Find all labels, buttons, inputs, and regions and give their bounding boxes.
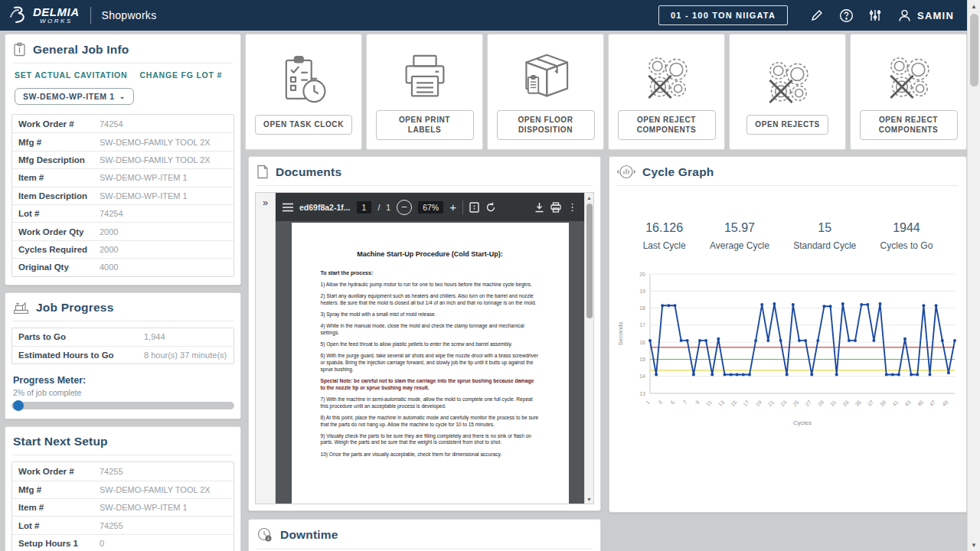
pdf-heading: Machine Start-Up Procedure (Cold Start-U…: [321, 250, 540, 258]
stat-label: Average Cycle: [710, 240, 769, 251]
row-label: Item Description: [18, 191, 100, 201]
start-next-setup-panel: Start Next Setup Work Order #74255Mfg #S…: [5, 426, 241, 551]
row-value: 74254: [100, 119, 123, 129]
pdf-scroll-thumb[interactable]: [586, 204, 593, 318]
action-cards-row: OPEN TASK CLOCKOPEN PRINT LABELSOPEN FLO…: [245, 34, 967, 150]
panel-title: Downtime: [280, 528, 338, 542]
svg-text:45: 45: [916, 399, 925, 408]
clipboard-icon: [13, 42, 26, 57]
zoom-in-button[interactable]: +: [449, 201, 456, 214]
item-dropdown-value: SW-DEMO-WP-ITEM 1: [23, 92, 115, 101]
row-label: Setup Hours 1: [18, 539, 100, 548]
rotate-icon[interactable]: [485, 202, 496, 213]
scroll-up-icon[interactable]: ▲: [968, 0, 980, 12]
item-dropdown[interactable]: SW-DEMO-WP-ITEM 1 ⌄: [15, 88, 134, 105]
svg-text:9: 9: [694, 399, 701, 406]
help-icon[interactable]: [838, 8, 854, 23]
pdf-scrollbar[interactable]: ▲ ▼: [584, 193, 593, 504]
svg-text:37: 37: [867, 399, 875, 408]
svg-text:Cycles: Cycles: [793, 419, 812, 426]
cycle-graph-panel: Cycle Graph 16.126Last Cycle15.97Average…: [609, 156, 967, 513]
stat-value: 15.97: [710, 221, 769, 235]
svg-text:20: 20: [639, 272, 645, 277]
filters-icon[interactable]: [867, 8, 883, 23]
table-row: Item #SW-DEMO-WP-ITEM 1: [12, 168, 234, 186]
pdf-filename: ed69f8a2-1f...: [299, 203, 351, 212]
scroll-down-icon[interactable]: ▼: [585, 494, 593, 504]
progress-meter-text: 2% of job complete: [5, 386, 240, 402]
row-label: Item #: [18, 173, 100, 182]
general-job-info-panel: General Job Info SET ACTUAL CAVITATIONCH…: [5, 34, 241, 285]
row-value: 4000: [100, 262, 118, 272]
divider: [13, 321, 233, 321]
edit-icon[interactable]: [809, 8, 825, 23]
job-progress-panel: Job Progress Parts to Go1,944Estimated H…: [5, 292, 241, 420]
scroll-up-icon[interactable]: ▲: [585, 193, 593, 202]
downtime-panel: Downtime: [248, 519, 601, 551]
action-card-button[interactable]: OPEN REJECT COMPONENTS: [860, 110, 958, 140]
fit-page-icon[interactable]: [469, 202, 479, 213]
action-link[interactable]: SET ACTUAL CAVITATION: [15, 70, 127, 80]
page-count: 1: [386, 203, 390, 212]
action-card-button[interactable]: OPEN FLOOR DISPOSITION: [497, 110, 595, 140]
action-card-button[interactable]: OPEN PRINT LABELS: [376, 110, 474, 140]
machine-icon: [13, 301, 29, 315]
cycle-stat: 15Standard Cycle: [793, 221, 856, 251]
pdf-content-area[interactable]: Machine Start-Up Procedure (Cold Start-U…: [276, 221, 584, 504]
cycle-graph-chart: 1314151617181920135791113151719212325272…: [615, 268, 961, 427]
table-row: Parts to Go1,944: [12, 328, 234, 346]
row-value: 0: [100, 539, 104, 548]
zoom-out-button[interactable]: −: [397, 200, 412, 215]
action-card-button[interactable]: OPEN REJECT COMPONENTS: [618, 110, 716, 140]
row-label: Lot #: [18, 209, 100, 218]
action-card: OPEN FLOOR DISPOSITION: [487, 34, 604, 150]
svg-text:21: 21: [767, 399, 776, 408]
reject-gears-icon: [881, 44, 936, 110]
box-icon: [516, 44, 576, 110]
download-icon[interactable]: [534, 202, 544, 213]
brand-logo: DELMIA WORKS: [9, 5, 80, 25]
svg-text:47: 47: [929, 399, 937, 408]
pdf-step: 5) Open the feed throat to allow plastic…: [321, 341, 540, 348]
stat-value: 16.126: [643, 221, 686, 235]
user-menu[interactable]: SAMIN: [897, 8, 954, 23]
svg-text:17: 17: [742, 399, 750, 408]
action-link[interactable]: CHANGE FG LOT #: [139, 70, 222, 80]
table-row: Work Order #74255: [12, 462, 234, 480]
machine-selector-button[interactable]: 01 - 100 TON NIIGATA: [658, 5, 788, 25]
pdf-step: 3) Spray the mold with a small mist of m…: [321, 311, 540, 318]
more-options-icon[interactable]: ⋮: [567, 201, 577, 213]
cycle-stat: 16.126Last Cycle: [643, 221, 686, 251]
print-icon[interactable]: [550, 202, 561, 213]
row-label: Item #: [18, 503, 100, 512]
action-card: OPEN REJECT COMPONENTS: [608, 34, 725, 150]
panel-title: Cycle Graph: [642, 165, 714, 179]
svg-text:18: 18: [639, 305, 645, 311]
pdf-sidebar-expand-button[interactable]: »: [256, 193, 276, 504]
reject-gears-icon: [639, 44, 694, 110]
general-job-info-table: Work Order #74254Mfg #SW-DEMO-FAMILY TOO…: [11, 114, 234, 277]
svg-text:3: 3: [657, 399, 663, 406]
panel-title: Start Next Setup: [13, 435, 108, 448]
action-card-button[interactable]: OPEN TASK CLOCK: [255, 115, 352, 135]
row-label: Mfg Description: [18, 155, 100, 165]
divider: [90, 7, 91, 24]
scroll-down-icon[interactable]: ▼: [968, 539, 980, 551]
table-row: Work Order #74254: [12, 115, 234, 132]
page-number-input[interactable]: 1: [357, 201, 372, 214]
action-card-button[interactable]: OPEN REJECTS: [746, 115, 828, 135]
svg-text:23: 23: [779, 399, 788, 408]
menu-icon[interactable]: [283, 203, 293, 212]
row-value: SW-DEMO-WP-ITEM 1: [100, 191, 188, 201]
svg-text:39: 39: [879, 399, 887, 408]
table-row: Estimated Hours to Go8 hour(s) 37 minute…: [12, 346, 234, 364]
page-scroll-thumb[interactable]: [970, 14, 978, 86]
row-value: 74255: [100, 521, 123, 530]
row-label: Work Order #: [18, 119, 100, 129]
svg-text:25: 25: [792, 399, 800, 408]
page-scrollbar[interactable]: ▲ ▼: [967, 0, 980, 551]
cycle-stat: 1944Cycles to Go: [880, 221, 933, 251]
row-label: Mfg #: [18, 138, 100, 147]
row-value: 74255: [100, 467, 123, 476]
pdf-body: 1) Allow the hydraulic pump motor to run…: [321, 282, 540, 458]
